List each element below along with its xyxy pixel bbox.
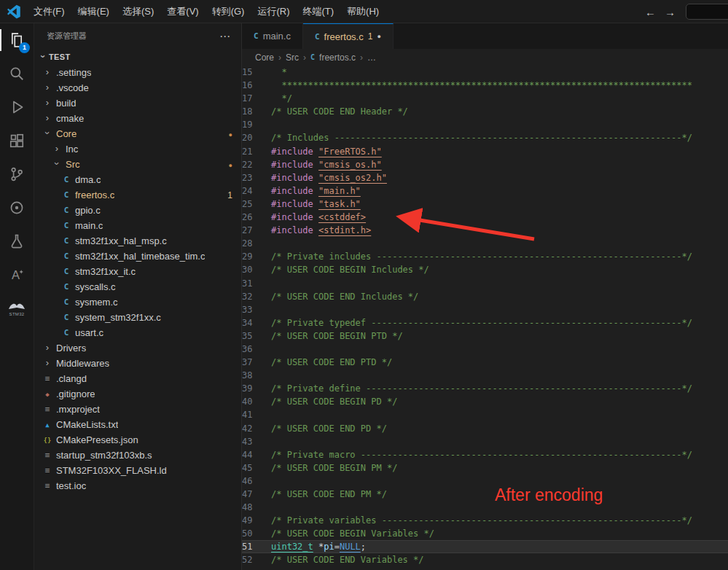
- run-and-debug-icon[interactable]: [0, 90, 34, 124]
- breadcrumb-item[interactable]: Core: [255, 52, 274, 63]
- code-line[interactable]: 46: [242, 475, 728, 488]
- tree-item-stm32f1xx_hal_msp.c[interactable]: Cstm32f1xx_hal_msp.c: [34, 233, 241, 249]
- breadcrumb-item[interactable]: freertos.c: [319, 52, 356, 63]
- tree-item-CMakePresets.json[interactable]: {}CMakePresets.json: [34, 432, 241, 448]
- code-line[interactable]: 33: [242, 303, 728, 316]
- remote-explorer-icon[interactable]: [0, 191, 34, 225]
- explorer-icon[interactable]: 1: [0, 23, 34, 57]
- menu-item[interactable]: 文件(F): [27, 0, 71, 23]
- tree-item-freertos.c[interactable]: Cfreertos.c1: [34, 187, 241, 203]
- ai-assistant-icon[interactable]: A: [0, 258, 34, 292]
- code-line[interactable]: 42/* USER CODE END PD */: [242, 422, 728, 435]
- tree-item-STM32F103XX_FLASH.ld[interactable]: ≡STM32F103XX_FLASH.ld: [34, 463, 241, 478]
- tree-item-.clangd[interactable]: ≡.clangd: [34, 371, 241, 386]
- code-line[interactable]: 48: [242, 501, 728, 514]
- tab-freertos-c[interactable]: C freertos.c 1 ●: [303, 23, 394, 49]
- tree-item-Src[interactable]: ›Src●: [34, 157, 241, 172]
- line-text: *: [271, 66, 287, 79]
- menu-item[interactable]: 终端(T): [296, 0, 340, 23]
- code-line[interactable]: 38: [242, 369, 728, 382]
- code-line[interactable]: 32/* USER CODE END Includes */: [242, 290, 728, 303]
- tree-item-Middlewares[interactable]: ›Middlewares: [34, 356, 241, 371]
- tree-item-syscalls.c[interactable]: Csyscalls.c: [34, 279, 241, 294]
- tree-item-.settings[interactable]: ›.settings: [34, 65, 241, 80]
- code-line[interactable]: 16 *************************************…: [242, 79, 728, 92]
- line-number: 29: [242, 250, 271, 263]
- more-actions-icon[interactable]: ⋯: [219, 30, 231, 43]
- code-line[interactable]: 17 */: [242, 92, 728, 105]
- code-line[interactable]: 19: [242, 118, 728, 131]
- tree-item-.gitignore[interactable]: ◆.gitignore: [34, 386, 241, 402]
- nav-back-icon[interactable]: ←: [641, 6, 660, 18]
- breadcrumb-item[interactable]: …: [367, 52, 376, 63]
- extensions-icon[interactable]: [0, 124, 34, 157]
- tree-item-main.c[interactable]: Cmain.c: [34, 218, 241, 233]
- tree-item-stm32f1xx_it.c[interactable]: Cstm32f1xx_it.c: [34, 264, 241, 279]
- code-line[interactable]: 37/* USER CODE END PTD */: [242, 356, 728, 369]
- tree-item-Core[interactable]: ›Core●: [34, 126, 241, 141]
- code-line[interactable]: 52/* USER CODE END Variables */: [242, 553, 728, 566]
- code-line[interactable]: 29/* Private includes ------------------…: [242, 250, 728, 263]
- menu-item[interactable]: 运行(R): [251, 0, 296, 23]
- tree-item-cmake[interactable]: ›cmake: [34, 111, 241, 126]
- section-header-test[interactable]: › TEST: [34, 49, 241, 65]
- modified-dot: ●: [229, 131, 232, 138]
- tree-item-test.ioc[interactable]: ≡test.ioc: [34, 478, 241, 493]
- code-line[interactable]: 39/* Private define --------------------…: [242, 382, 728, 395]
- breadcrumb-item[interactable]: Src: [286, 52, 299, 63]
- code-line[interactable]: 40/* USER CODE BEGIN PD */: [242, 395, 728, 408]
- code-line[interactable]: 21#include "FreeRTOS.h": [242, 145, 728, 158]
- code-line[interactable]: 20/* Includes --------------------------…: [242, 131, 728, 144]
- tree-item-Inc[interactable]: ›Inc: [34, 141, 241, 157]
- code-line[interactable]: 44/* Private macro ---------------------…: [242, 448, 728, 461]
- testing-icon[interactable]: [0, 225, 34, 258]
- code-line[interactable]: 31: [242, 277, 728, 290]
- code-line[interactable]: 50/* USER CODE BEGIN Variables */: [242, 527, 728, 540]
- menu-item[interactable]: 帮助(H): [340, 0, 385, 23]
- nav-forward-icon[interactable]: →: [660, 6, 680, 18]
- tree-item-startup_stm32f103xb.s[interactable]: ≡startup_stm32f103xb.s: [34, 448, 241, 463]
- code-line[interactable]: 27#include <stdint.h>: [242, 224, 728, 237]
- menu-item[interactable]: 转到(G): [206, 0, 251, 23]
- tree-item-gpio.c[interactable]: Cgpio.c: [34, 203, 241, 218]
- code-line[interactable]: 35/* USER CODE BEGIN PTD */: [242, 329, 728, 343]
- source-control-icon[interactable]: [0, 157, 34, 191]
- tree-item-usart.c[interactable]: Cusart.c: [34, 325, 241, 340]
- tree-item-label: usart.c: [75, 327, 103, 338]
- menu-item[interactable]: 选择(S): [116, 0, 160, 23]
- code-line[interactable]: 22#include "cmsis_os.h": [242, 158, 728, 171]
- code-line[interactable]: 41: [242, 408, 728, 421]
- code-line[interactable]: 15 *: [242, 66, 728, 79]
- tree-item-.vscode[interactable]: ›.vscode: [34, 80, 241, 95]
- code-line[interactable]: 25#include "task.h": [242, 198, 728, 211]
- chevron-right-icon: ›: [278, 52, 281, 63]
- tree-item-CMakeLists.txt[interactable]: ▲CMakeLists.txt: [34, 417, 241, 432]
- code-line[interactable]: 23#include "cmsis_os2.h": [242, 171, 728, 184]
- code-line[interactable]: 26#include <cstddef>: [242, 211, 728, 224]
- code-line[interactable]: 43: [242, 435, 728, 448]
- code-line[interactable]: 36: [242, 343, 728, 356]
- code-line[interactable]: 24#include "main.h": [242, 184, 728, 198]
- code-line[interactable]: 34/* Private typedef -------------------…: [242, 316, 728, 329]
- tab-main-c[interactable]: C main.c: [242, 23, 303, 49]
- tree-item-sysmem.c[interactable]: Csysmem.c: [34, 294, 241, 310]
- tree-item-system_stm32f1xx.c[interactable]: Csystem_stm32f1xx.c: [34, 310, 241, 325]
- search-icon[interactable]: [0, 57, 34, 90]
- code-line[interactable]: 51uint32_t *pi=NULL;: [242, 540, 728, 553]
- stm32-tools-icon[interactable]: STM32: [0, 292, 34, 325]
- tree-item-stm32f1xx_hal_timebase_tim.c[interactable]: Cstm32f1xx_hal_timebase_tim.c: [34, 249, 241, 264]
- code-line[interactable]: 45/* USER CODE BEGIN PM */: [242, 461, 728, 475]
- tree-item-build[interactable]: ›build: [34, 95, 241, 111]
- menu-item[interactable]: 查看(V): [160, 0, 205, 23]
- code-line[interactable]: 49/* Private variables -----------------…: [242, 514, 728, 527]
- code-line[interactable]: 28: [242, 237, 728, 250]
- menu-item[interactable]: 编辑(E): [71, 0, 116, 23]
- code-line[interactable]: 30/* USER CODE BEGIN Includes */: [242, 263, 728, 276]
- code-line[interactable]: 18/* USER CODE END Header */: [242, 105, 728, 118]
- dirty-indicator-icon[interactable]: ●: [377, 33, 380, 40]
- tree-item-Drivers[interactable]: ›Drivers: [34, 340, 241, 356]
- tree-item-.mxproject[interactable]: ≡.mxproject: [34, 402, 241, 417]
- code-line[interactable]: 47/* USER CODE END PM */: [242, 488, 728, 501]
- command-center-search[interactable]: [686, 4, 728, 20]
- tree-item-dma.c[interactable]: Cdma.c: [34, 172, 241, 187]
